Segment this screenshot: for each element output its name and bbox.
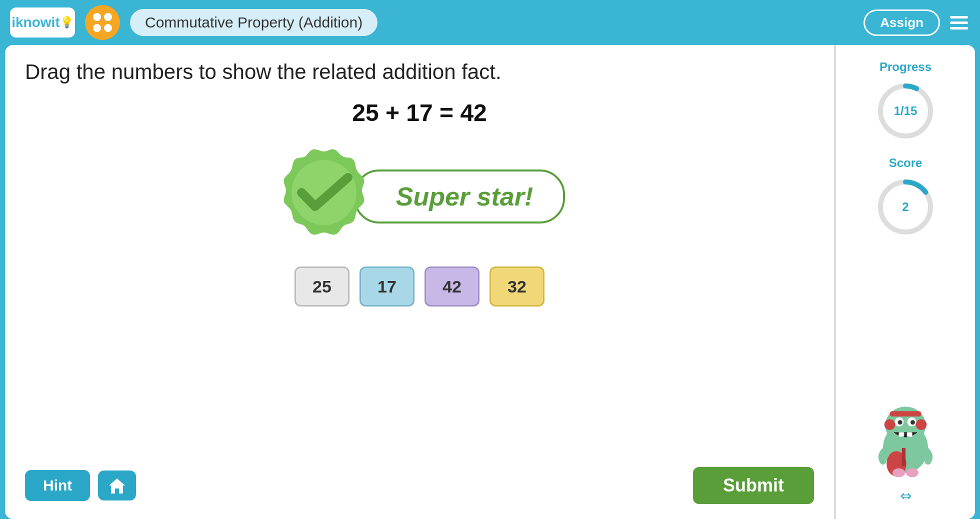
lesson-icon-dots xyxy=(91,11,114,34)
tile-42[interactable]: 42 xyxy=(424,266,480,306)
mascot-area: ⇔ xyxy=(860,390,950,504)
mascot-icon xyxy=(860,390,950,480)
bottom-left-buttons: Hint xyxy=(25,470,136,501)
superstar-banner: Super star! xyxy=(354,170,566,224)
svg-rect-13 xyxy=(907,432,912,437)
home-icon xyxy=(108,476,126,494)
svg-point-15 xyxy=(884,419,896,430)
hamburger-line xyxy=(950,27,968,30)
tile-32[interactable]: 32 xyxy=(490,266,544,306)
score-label: Score xyxy=(889,156,922,170)
dot xyxy=(104,24,112,32)
hamburger-line xyxy=(950,16,968,18)
equation-display: 25 + 17 = 42 xyxy=(25,99,814,126)
tile-25[interactable]: 25 xyxy=(294,266,350,306)
lesson-title: Commutative Property (Addition) xyxy=(130,9,378,36)
progress-value: 1/15 xyxy=(894,104,918,118)
svg-point-11 xyxy=(910,420,915,424)
svg-point-19 xyxy=(892,468,905,478)
dot xyxy=(104,13,112,21)
progress-circle: 1/15 xyxy=(876,81,936,141)
logo-box: iknowit 💡 xyxy=(10,8,75,38)
svg-point-10 xyxy=(898,420,902,424)
lesson-icon xyxy=(85,5,120,40)
hamburger-line xyxy=(950,22,968,24)
svg-rect-12 xyxy=(899,432,904,437)
instruction-text: Drag the numbers to show the related add… xyxy=(25,60,814,84)
feedback-area: Super star! xyxy=(25,146,814,246)
header: iknowit 💡 Commutative Property (Addition… xyxy=(0,0,980,45)
score-circle: 2 xyxy=(876,177,936,237)
assign-button[interactable]: Assign xyxy=(864,10,940,36)
menu-button[interactable] xyxy=(948,14,970,32)
dot xyxy=(93,13,101,21)
dot xyxy=(93,24,101,32)
logo-text: iknowit xyxy=(12,14,60,30)
tile-17[interactable]: 17 xyxy=(360,266,414,306)
superstar-text: Super star! xyxy=(396,182,534,211)
check-badge xyxy=(274,146,374,246)
resize-icon[interactable]: ⇔ xyxy=(900,488,912,504)
home-button[interactable] xyxy=(98,470,136,500)
submit-button[interactable]: Submit xyxy=(693,467,814,504)
bottom-bar: Hint Submit xyxy=(25,467,814,504)
header-right: Assign xyxy=(864,10,970,36)
lightbulb-icon: 💡 xyxy=(60,16,74,29)
svg-marker-1 xyxy=(109,478,125,494)
score-value: 2 xyxy=(902,200,908,214)
svg-point-20 xyxy=(906,468,918,478)
progress-label: Progress xyxy=(880,60,932,74)
svg-point-16 xyxy=(916,419,927,430)
svg-rect-18 xyxy=(902,448,906,466)
number-tiles: 25 17 42 32 xyxy=(25,266,814,306)
hint-button[interactable]: Hint xyxy=(25,470,90,501)
main-area: Drag the numbers to show the related add… xyxy=(5,45,975,519)
logo-area: iknowit 💡 xyxy=(10,8,75,38)
svg-rect-14 xyxy=(890,411,922,416)
right-panel: Progress 1/15 Score 2 xyxy=(835,45,975,519)
left-panel: Drag the numbers to show the related add… xyxy=(5,45,834,519)
